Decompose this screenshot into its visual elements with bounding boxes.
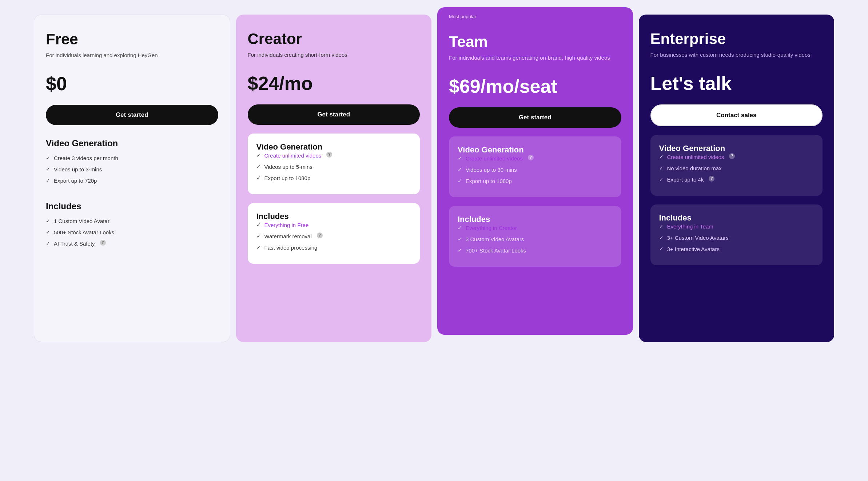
feature-text: AI Trust & Safety: [54, 240, 95, 247]
cta-button-free[interactable]: Get started: [46, 105, 218, 125]
feature-item: ✓ Export up to 1080p: [458, 177, 613, 185]
video-gen-box-team: Video Generation ✓ Create unlimited vide…: [449, 136, 621, 197]
feature-text: Export up to 1080p: [466, 177, 512, 185]
feature-item: ✓ Create unlimited videos ?: [458, 155, 613, 162]
video-gen-title-creator: Video Generation: [256, 142, 323, 151]
includes-box-enterprise: Includes ✓ Everything in Team ✓ 3+ Custo…: [650, 204, 823, 265]
feature-item: ✓ Export up to 720p: [46, 177, 218, 184]
check-icon: ✓: [46, 177, 50, 184]
check-icon: ✓: [46, 240, 50, 247]
info-icon[interactable]: ?: [100, 240, 106, 246]
feature-link[interactable]: Everything in Free: [264, 221, 309, 229]
feature-text: Export up to 720p: [54, 177, 97, 184]
plan-price-team: $69/mo/seat: [449, 75, 621, 97]
cta-button-enterprise[interactable]: Contact sales: [650, 104, 823, 126]
plan-desc-free: For individuals learning and exploring H…: [46, 51, 218, 60]
feature-item: ✓ Export up to 4k ?: [659, 176, 814, 183]
feature-text: 3+ Custom Video Avatars: [667, 234, 729, 242]
feature-text: 3 Custom Video Avatars: [466, 235, 524, 243]
check-icon: ✓: [256, 233, 261, 240]
plan-card-enterprise: Enterprise For businesses with custom ne…: [639, 15, 835, 342]
feature-item: ✓ Watermark removal ?: [256, 232, 411, 240]
plan-price-free: $0: [46, 73, 218, 95]
feature-item: ✓ AI Trust & Safety ?: [46, 240, 218, 247]
cta-button-creator[interactable]: Get started: [248, 104, 420, 125]
check-icon: ✓: [256, 163, 261, 171]
check-icon: ✓: [256, 244, 261, 251]
feature-item: ✓ No video duration max: [659, 164, 814, 172]
info-icon[interactable]: ?: [326, 152, 332, 158]
feature-item: ✓ Everything in Creator: [458, 224, 613, 232]
plan-card-creator: Creator For individuals creating short-f…: [236, 15, 432, 342]
feature-link[interactable]: Everything in Creator: [466, 224, 517, 232]
check-icon: ✓: [458, 178, 462, 185]
check-icon: ✓: [659, 234, 664, 242]
info-icon[interactable]: ?: [729, 153, 735, 159]
feature-text: 3+ Interactive Avatars: [667, 245, 720, 253]
check-icon: ✓: [46, 229, 50, 236]
video-gen-box-creator: Video Generation ✓ Create unlimited vide…: [248, 134, 420, 194]
feature-item: ✓ 1 Custom Video Avatar: [46, 217, 218, 225]
info-icon[interactable]: ?: [528, 155, 534, 160]
check-icon: ✓: [46, 155, 50, 162]
pricing-container: Free For individuals learning and explor…: [34, 15, 834, 342]
feature-item: ✓ Videos up to 3-mins: [46, 166, 218, 173]
feature-text: 700+ Stock Avatar Looks: [466, 247, 526, 254]
cta-button-team[interactable]: Get started: [449, 107, 621, 128]
plan-name-team: Team: [449, 33, 621, 50]
includes-title-enterprise: Includes: [659, 213, 692, 222]
plan-price-enterprise: Let's talk: [650, 72, 823, 94]
plan-desc-team: For individuals and teams generating on-…: [449, 54, 621, 62]
feature-link[interactable]: Everything in Team: [667, 223, 713, 230]
check-icon: ✓: [458, 236, 462, 243]
feature-text: Fast video processing: [264, 244, 318, 251]
includes-title-free: Includes: [46, 201, 218, 211]
most-popular-badge: Most popular: [449, 14, 476, 19]
info-icon[interactable]: ?: [709, 176, 714, 182]
check-icon: ✓: [46, 218, 50, 225]
feature-text: Videos up to 3-mins: [54, 166, 102, 173]
feature-item: ✓ 3+ Custom Video Avatars: [659, 234, 814, 242]
includes-title-creator: Includes: [256, 212, 289, 221]
check-icon: ✓: [458, 247, 462, 254]
check-icon: ✓: [256, 222, 261, 229]
feature-text: Videos up to 5-mins: [264, 163, 312, 171]
feature-item: ✓ Everything in Team: [659, 223, 814, 230]
feature-item: ✓ Create 3 videos per month: [46, 154, 218, 162]
includes-title-team: Includes: [458, 215, 490, 224]
plan-name-free: Free: [46, 31, 218, 48]
plan-name-enterprise: Enterprise: [650, 31, 823, 47]
includes-box-team: Includes ✓ Everything in Creator ✓ 3 Cus…: [449, 206, 621, 267]
plan-card-free: Free For individuals learning and explor…: [34, 15, 230, 342]
info-icon[interactable]: ?: [317, 232, 323, 238]
feature-item: ✓ Fast video processing: [256, 244, 411, 251]
check-icon: ✓: [458, 166, 462, 174]
video-gen-title-free: Video Generation: [46, 138, 218, 148]
feature-link[interactable]: Create unlimited videos: [466, 155, 523, 162]
feature-text: Videos up to 30-mins: [466, 166, 517, 174]
feature-item: ✓ 3+ Interactive Avatars: [659, 245, 814, 253]
check-icon: ✓: [659, 165, 664, 172]
includes-box-creator: Includes ✓ Everything in Free ✓ Watermar…: [248, 203, 420, 264]
check-icon: ✓: [458, 224, 462, 232]
video-gen-title-enterprise: Video Generation: [659, 144, 725, 153]
feature-item: ✓ Videos up to 30-mins: [458, 166, 613, 174]
video-gen-box-enterprise: Video Generation ✓ Create unlimited vide…: [650, 135, 823, 196]
feature-item: ✓ 3 Custom Video Avatars: [458, 235, 613, 243]
check-icon: ✓: [256, 152, 261, 159]
feature-item: ✓ 500+ Stock Avatar Looks: [46, 228, 218, 236]
check-icon: ✓: [256, 175, 261, 182]
check-icon: ✓: [46, 166, 50, 173]
plan-desc-creator: For individuals creating short-form vide…: [248, 51, 420, 59]
feature-link[interactable]: Create unlimited videos: [667, 153, 724, 161]
feature-text: Create 3 videos per month: [54, 154, 118, 162]
check-icon: ✓: [659, 246, 664, 253]
plan-card-team: Most popular Team For individuals and te…: [437, 7, 633, 335]
feature-link[interactable]: Create unlimited videos: [264, 152, 322, 159]
check-icon: ✓: [659, 154, 664, 161]
plan-desc-enterprise: For businesses with custom needs produci…: [650, 51, 823, 59]
feature-item: ✓ Videos up to 5-mins: [256, 163, 411, 171]
check-icon: ✓: [659, 176, 664, 183]
feature-item: ✓ Everything in Free: [256, 221, 411, 229]
check-icon: ✓: [458, 155, 462, 162]
